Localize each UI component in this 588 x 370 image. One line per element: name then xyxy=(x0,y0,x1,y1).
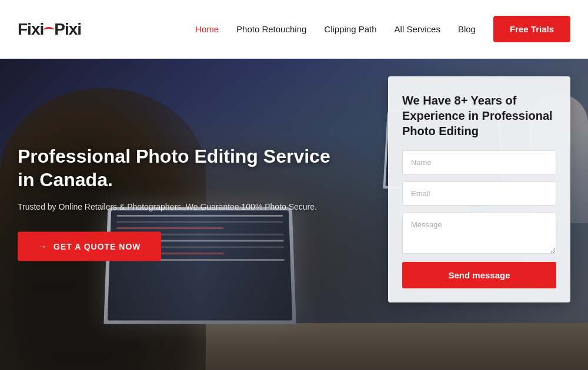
navbar: FixiPixi Home Photo Retouching Clipping … xyxy=(0,0,588,59)
hero-subtitle: Trusted by Online Retailers & Photograph… xyxy=(18,202,347,211)
nav-item-home[interactable]: Home xyxy=(195,24,219,35)
hero-title: Professional Photo Editing Service in Ca… xyxy=(18,144,347,191)
logo-text-pixi: Pixi xyxy=(54,20,81,38)
nav-link-blog[interactable]: Blog xyxy=(458,24,476,34)
hero-section: Professional Photo Editing Service in Ca… xyxy=(0,59,588,370)
contact-form-container: We Have 8+ Years of Experience in Profes… xyxy=(388,76,570,302)
name-input[interactable] xyxy=(402,150,556,174)
get-quote-button[interactable]: → GET A QUOTE NOW xyxy=(18,232,161,261)
nav-item-blog[interactable]: Blog xyxy=(458,24,476,35)
logo-text-fix: Fixi xyxy=(18,20,44,38)
nav-link-all-services[interactable]: All Services xyxy=(395,24,440,34)
logo-arch-icon xyxy=(44,27,54,33)
nav-links: Home Photo Retouching Clipping Path All … xyxy=(195,16,570,42)
nav-item-clipping-path[interactable]: Clipping Path xyxy=(324,24,376,35)
nav-link-photo-retouching[interactable]: Photo Retouching xyxy=(236,24,306,34)
hero-content: Professional Photo Editing Service in Ca… xyxy=(18,144,347,261)
message-textarea[interactable] xyxy=(402,213,556,254)
nav-link-clipping-path[interactable]: Clipping Path xyxy=(324,24,376,34)
get-quote-label: GET A QUOTE NOW xyxy=(54,242,141,251)
logo[interactable]: FixiPixi xyxy=(18,20,81,39)
nav-item-all-services[interactable]: All Services xyxy=(395,24,440,35)
send-message-button[interactable]: Send message xyxy=(402,262,556,288)
email-input[interactable] xyxy=(402,181,556,206)
nav-item-free-trials[interactable]: Free Trials xyxy=(493,16,570,42)
arrow-icon: → xyxy=(38,241,48,252)
nav-item-photo-retouching[interactable]: Photo Retouching xyxy=(236,24,306,35)
nav-link-home[interactable]: Home xyxy=(195,24,219,34)
form-title: We Have 8+ Years of Experience in Profes… xyxy=(402,93,556,139)
free-trials-button[interactable]: Free Trials xyxy=(493,16,570,42)
